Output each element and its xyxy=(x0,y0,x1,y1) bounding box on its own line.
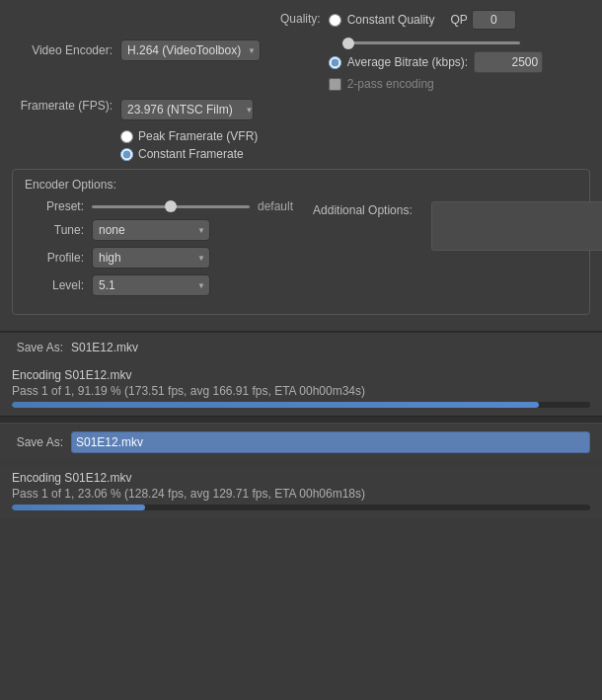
tune-select[interactable]: none xyxy=(92,219,210,241)
video-encoder-row: Video Encoder: H.264 (VideoToolbox) Qual… xyxy=(12,10,590,91)
quality-section: Quality: Constant Quality QP 0 xyxy=(261,10,590,91)
profile-row: Profile: high xyxy=(25,247,293,269)
encoding-progress-1: Pass 1 of 1, 91.19 % (173.51 fps, avg 16… xyxy=(12,384,590,398)
section-divider xyxy=(0,416,602,424)
quality-label: Quality: xyxy=(280,10,329,26)
avg-bitrate-row: Average Bitrate (kbps): xyxy=(329,51,544,73)
framerate-select[interactable]: 23.976 (NTSC Film) xyxy=(120,99,254,120)
save-as-label-1: Save As: xyxy=(12,341,71,354)
two-pass-checkbox[interactable] xyxy=(329,78,341,91)
encoding-progress-2: Pass 1 of 1, 23.06 % (128.24 fps, avg 12… xyxy=(12,487,590,501)
two-pass-label: 2-pass encoding xyxy=(347,77,434,91)
quality-slider[interactable] xyxy=(342,41,520,44)
level-select[interactable]: 5.1 xyxy=(92,274,210,296)
framerate-select-wrapper[interactable]: 23.976 (NTSC Film) xyxy=(120,99,258,120)
encoder-options-title: Encoder Options: xyxy=(25,178,577,192)
bitrate-input[interactable] xyxy=(474,51,543,73)
level-row: Level: 5.1 xyxy=(25,274,293,296)
encoding-section-2: Encoding S01E12.mkv Pass 1 of 1, 23.06 %… xyxy=(0,465,602,518)
video-encoder-select[interactable]: H.264 (VideoToolbox) xyxy=(120,39,261,61)
additional-options-textarea[interactable] xyxy=(431,201,602,251)
two-pass-row: 2-pass encoding xyxy=(329,77,544,91)
preset-default: default xyxy=(258,199,293,213)
video-encoder-select-wrapper[interactable]: H.264 (VideoToolbox) xyxy=(120,39,261,61)
save-as-input-2[interactable] xyxy=(71,431,590,453)
encoding-title-1: Encoding S01E12.mkv xyxy=(12,368,590,382)
constant-quality-radio[interactable] xyxy=(329,14,341,27)
save-as-value-1: S01E12.mkv xyxy=(71,341,138,354)
encoding-section-1: Encoding S01E12.mkv Pass 1 of 1, 91.19 %… xyxy=(0,362,602,416)
encoder-options-section: Encoder Options: Preset: default Tune: n… xyxy=(12,169,590,315)
qp-label: QP xyxy=(450,13,467,27)
progress-bar-container-2 xyxy=(12,505,590,510)
encoder-left: Preset: default Tune: none Profile: xyxy=(25,199,293,302)
save-as-section-1: Save As: S01E12.mkv xyxy=(0,333,602,362)
progress-bar-fill-1 xyxy=(12,402,539,408)
constant-fr-radio[interactable] xyxy=(120,148,133,161)
avg-bitrate-label: Average Bitrate (kbps): xyxy=(347,55,469,69)
qp-section: QP 0 xyxy=(450,10,515,30)
encoder-inner: Preset: default Tune: none Profile: xyxy=(25,199,577,302)
profile-label: Profile: xyxy=(25,251,92,265)
preset-slider[interactable] xyxy=(92,205,250,208)
constant-quality-row: Constant Quality QP 0 xyxy=(329,10,544,30)
encoder-panel: Video Encoder: H.264 (VideoToolbox) Qual… xyxy=(0,0,602,332)
constant-fr-label: Constant Framerate xyxy=(138,147,244,161)
peak-vfr-label: Peak Framerate (VFR) xyxy=(138,129,258,143)
progress-bar-fill-2 xyxy=(12,505,145,510)
peak-vfr-radio[interactable] xyxy=(120,130,133,143)
peak-vfr-item[interactable]: Peak Framerate (VFR) xyxy=(120,129,258,143)
qp-value: 0 xyxy=(472,10,516,30)
encoding-title-2: Encoding S01E12.mkv xyxy=(12,471,590,485)
profile-select[interactable]: high xyxy=(92,247,210,269)
constant-fr-item[interactable]: Constant Framerate xyxy=(120,147,258,161)
framerate-label: Framerate (FPS): xyxy=(12,99,120,113)
encoder-right: Additional Options: xyxy=(313,199,602,302)
avg-bitrate-radio[interactable] xyxy=(329,56,341,69)
additional-options-label: Additional Options: xyxy=(313,201,431,217)
framerate-row: Framerate (FPS): 23.976 (NTSC Film) Peak… xyxy=(12,99,590,161)
quality-slider-row xyxy=(329,34,544,47)
progress-bar-container-1 xyxy=(12,402,590,408)
preset-row: Preset: default xyxy=(25,199,293,213)
framerate-section: 23.976 (NTSC Film) Peak Framerate (VFR) … xyxy=(120,99,258,161)
tune-select-wrapper[interactable]: none xyxy=(92,219,210,241)
save-as-section-2: Save As: xyxy=(0,424,602,461)
tune-label: Tune: xyxy=(25,223,92,237)
tune-row: Tune: none xyxy=(25,219,293,241)
quality-options: Constant Quality QP 0 Average Bitrate (k… xyxy=(329,10,544,91)
save-as-label-2: Save As: xyxy=(12,435,71,449)
constant-quality-label: Constant Quality xyxy=(347,13,435,27)
video-encoder-label: Video Encoder: xyxy=(12,43,120,57)
level-label: Level: xyxy=(25,278,92,292)
level-select-wrapper[interactable]: 5.1 xyxy=(92,274,210,296)
profile-select-wrapper[interactable]: high xyxy=(92,247,210,269)
preset-label: Preset: xyxy=(25,199,92,213)
framerate-radio-group: Peak Framerate (VFR) Constant Framerate xyxy=(120,129,258,161)
